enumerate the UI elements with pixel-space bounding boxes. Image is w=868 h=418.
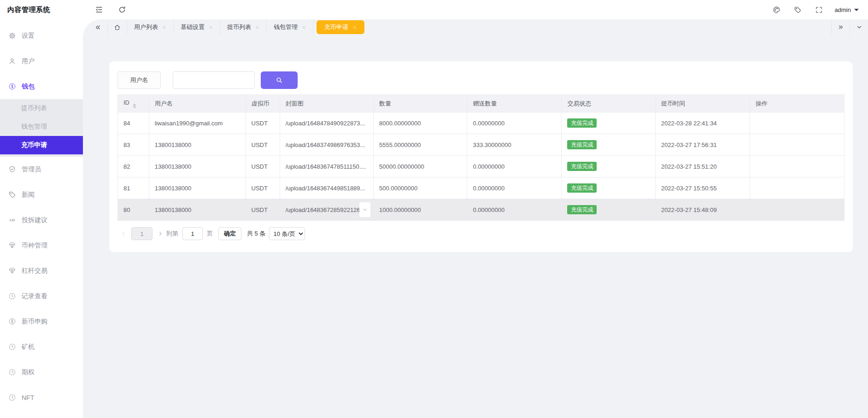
chevron-left-icon <box>121 231 126 236</box>
tab-4[interactable]: 钱包管理 <box>267 19 313 35</box>
sidebar-item-5[interactable]: 新闻 <box>0 182 83 207</box>
sidebar-item-12[interactable]: 期权 <box>0 359 83 385</box>
cell-cover: /upload/1648478490922873... <box>280 112 373 134</box>
current-page[interactable]: 1 <box>131 227 152 240</box>
tag-icon[interactable] <box>794 6 802 14</box>
cell-coin: USDT <box>246 112 280 134</box>
theme-palette-icon[interactable] <box>773 6 780 14</box>
sidebar-item-8[interactable]: 杠杆交易 <box>0 258 83 283</box>
sidebar-subitem-1[interactable]: 提币列表 <box>0 99 83 118</box>
refresh-icon[interactable] <box>118 6 126 14</box>
shield-icon <box>8 165 16 173</box>
sort-icon[interactable] <box>133 104 136 108</box>
column-header: 数量 <box>374 95 467 112</box>
admin-menu[interactable]: admin <box>835 6 859 13</box>
close-tab-icon[interactable] <box>255 25 259 29</box>
total-count-label: 共 5 条 <box>247 230 265 238</box>
column-header: 交易状态 <box>562 95 655 112</box>
search-icon <box>276 77 283 84</box>
column-header[interactable]: ID <box>118 95 149 112</box>
sidebar-item-6[interactable]: 投拆建议 <box>0 207 83 233</box>
data-card: 用户名 ID用户名虚拟币封面图数量赠送数量交易状态提币时间操作 <box>109 61 853 252</box>
cell-id: 83 <box>118 134 149 156</box>
table-row: 8213800138000USDT/upload/164836747851115… <box>118 156 845 177</box>
cell-id: 84 <box>118 112 149 134</box>
gem-icon <box>8 241 16 249</box>
cell-amount: 50000.00000000 <box>374 156 467 177</box>
gear-icon <box>8 32 16 40</box>
sidebar-item-3[interactable]: 钱包 <box>0 74 83 99</box>
cell-op <box>750 177 844 199</box>
cell-time: 2022-03-27 15:50:55 <box>655 177 750 199</box>
close-tab-icon[interactable] <box>209 25 213 29</box>
sidebar-item-label: 用户 <box>22 57 35 65</box>
main-column: admin 用户列表基础设置提币列表钱包管理充币申请 用户名 <box>83 0 868 418</box>
sidebar-item-7[interactable]: 币种管理 <box>0 233 83 258</box>
sidebar-menu: 设置用户钱包提币列表钱包管理充币申请管理员新闻投拆建议币种管理杠杆交易记录查看新… <box>0 19 83 410</box>
sidebar-item-9[interactable]: 记录查看 <box>0 283 83 309</box>
user-icon <box>8 57 16 65</box>
sidebar-item-4[interactable]: 管理员 <box>0 157 83 182</box>
cell-bonus: 0.00000000 <box>467 156 562 177</box>
cell-amount: 1000.00000000 <box>374 199 467 221</box>
search-field-label: 用户名 <box>117 71 161 89</box>
cell-time: 2022-03-27 15:51:20 <box>655 156 750 177</box>
home-tab[interactable] <box>108 19 127 35</box>
search-input[interactable] <box>173 71 255 89</box>
cell-status: 充值完成 <box>562 134 655 156</box>
goto-confirm-button[interactable]: 确定 <box>218 227 241 240</box>
tab-options-icon[interactable] <box>850 19 868 35</box>
cell-time: 2022-03-27 15:48:09 <box>655 199 750 221</box>
tab-3[interactable]: 提币列表 <box>220 19 267 35</box>
sidebar-subitem-2[interactable]: 钱包管理 <box>0 118 83 136</box>
dollar-circle-icon <box>8 82 16 90</box>
close-tab-icon[interactable] <box>352 25 357 29</box>
app-root: 内容管理系统 设置用户钱包提币列表钱包管理充币申请管理员新闻投拆建议币种管理杠杆… <box>0 0 868 418</box>
scroll-tabs-left-icon[interactable] <box>88 19 108 35</box>
fullscreen-icon[interactable] <box>815 6 823 14</box>
tab-2[interactable]: 基础设置 <box>174 19 220 35</box>
goto-page-input[interactable] <box>182 227 203 240</box>
sidebar-item-11[interactable]: 矿机 <box>0 334 83 359</box>
scroll-tabs-right-icon[interactable] <box>831 19 850 35</box>
expand-cover-icon[interactable] <box>359 202 370 217</box>
sidebar-item-1[interactable]: 设置 <box>0 23 83 48</box>
dollar-circle-icon <box>8 318 16 325</box>
sidebar-item-label: 新闻 <box>22 191 35 199</box>
next-page-button[interactable] <box>154 227 166 240</box>
status-badge: 充值完成 <box>567 162 597 171</box>
goto-suffix-label: 页 <box>207 230 213 238</box>
cell-bonus: 0.00000000 <box>467 199 562 221</box>
column-header: 赠送数量 <box>467 95 562 112</box>
collapse-sidebar-icon[interactable] <box>95 6 103 14</box>
sidebar-item-label: 币种管理 <box>22 241 47 250</box>
cell-cover: /upload/1648367478511150.... <box>280 156 373 177</box>
tab-5[interactable]: 充币申请 <box>317 20 364 34</box>
cell-username: liwaisan1990@gmail.com <box>149 112 246 134</box>
cell-status: 充值完成 <box>562 177 655 199</box>
close-tab-icon[interactable] <box>162 25 166 29</box>
sidebar-item-2[interactable]: 用户 <box>0 48 83 74</box>
sidebar-item-10[interactable]: 新币申购 <box>0 309 83 334</box>
cell-coin: USDT <box>246 134 280 156</box>
close-tab-icon[interactable] <box>302 25 306 29</box>
search-button[interactable] <box>261 71 298 89</box>
cell-bonus: 0.00000000 <box>467 177 562 199</box>
column-header: 封面图 <box>280 95 373 112</box>
page-size-select[interactable]: 10 条/页 <box>269 227 305 240</box>
tab-1[interactable]: 用户列表 <box>127 19 174 35</box>
sidebar-item-13[interactable]: NFT <box>0 385 83 410</box>
history-icon <box>8 292 16 300</box>
table-row: 8113800138000USDT/upload/164836744985188… <box>118 177 845 199</box>
tag-icon <box>8 191 16 199</box>
chevrons-right-icon <box>838 24 844 30</box>
chevrons-left-icon <box>94 24 101 31</box>
chevron-right-icon <box>158 231 163 236</box>
prev-page-button[interactable] <box>117 227 129 240</box>
sidebar-subitem-3[interactable]: 充币申请 <box>0 136 83 154</box>
app-title: 内容管理系统 <box>0 0 83 19</box>
history-icon <box>8 343 16 351</box>
cell-id: 81 <box>118 177 149 199</box>
status-badge: 充值完成 <box>567 140 597 149</box>
history-icon <box>8 394 16 401</box>
